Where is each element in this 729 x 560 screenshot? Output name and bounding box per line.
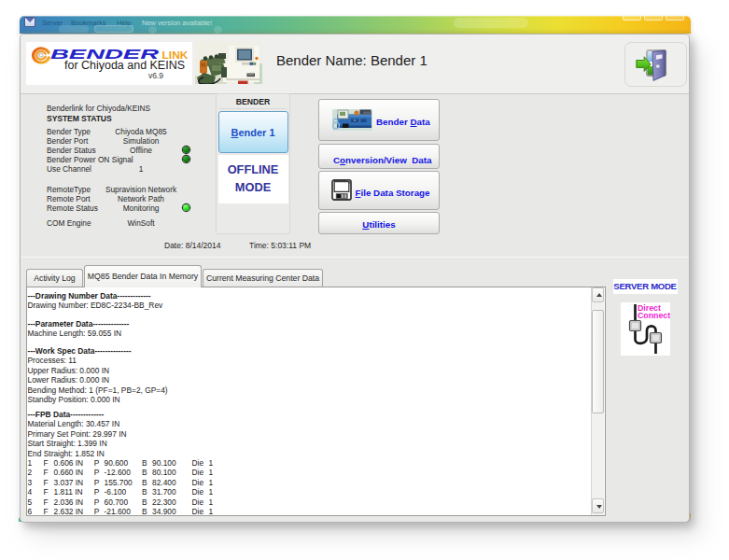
svg-text:for Chiyoda and KEINS: for Chiyoda and KEINS bbox=[64, 59, 185, 72]
svg-text:v6.9: v6.9 bbox=[148, 71, 163, 80]
